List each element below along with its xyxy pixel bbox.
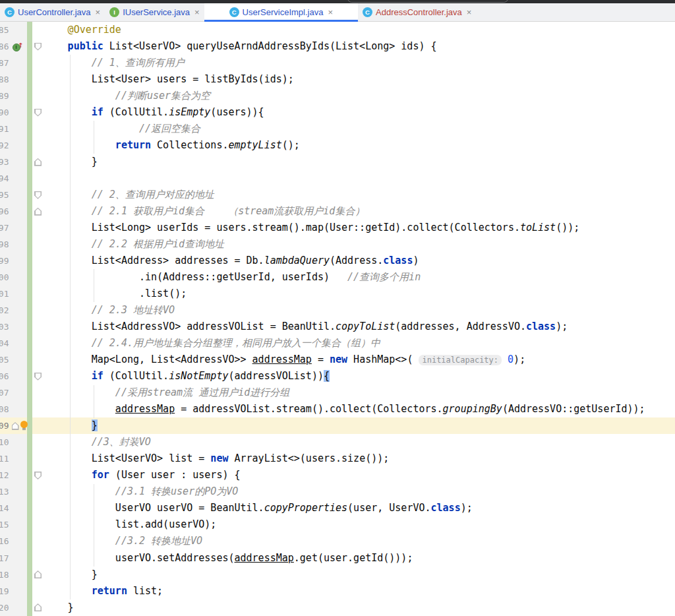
vcs-change-bar[interactable] <box>27 236 32 253</box>
code-line[interactable]: 117userVO.setAddresses(addressMap.get(us… <box>0 550 675 567</box>
line-number[interactable]: 93 <box>0 154 11 170</box>
vcs-change-bar[interactable] <box>27 483 32 500</box>
code-line[interactable]: 113//3.1 转换user的PO为VO <box>0 483 675 500</box>
code-text[interactable]: } <box>44 154 675 170</box>
code-text[interactable]: addressMap = addressVOList.stream().coll… <box>44 401 675 417</box>
line-number[interactable]: 104 <box>0 335 11 352</box>
vcs-change-bar[interactable] <box>27 71 32 88</box>
code-text[interactable]: } <box>44 417 675 434</box>
fold-marker-icon[interactable] <box>34 208 42 216</box>
line-number[interactable]: 91 <box>0 121 11 137</box>
fold-marker-icon[interactable] <box>34 373 42 381</box>
code-line[interactable]: 106if (CollUtil.isNotEmpty(addressVOList… <box>0 368 675 385</box>
code-line[interactable]: 108addressMap = addressVOList.stream().c… <box>0 401 675 417</box>
code-line[interactable]: 112for (User user : users) { <box>0 467 675 483</box>
line-number[interactable]: 119 <box>0 583 11 600</box>
code-line[interactable]: 115list.add(userVO); <box>0 516 675 533</box>
vcs-change-bar[interactable] <box>27 302 32 319</box>
vcs-change-bar[interactable] <box>27 516 32 533</box>
code-line[interactable]: 88List<User> users = listByIds(ids); <box>0 71 675 88</box>
line-number[interactable]: 100 <box>0 269 11 286</box>
editor-tab-UserController-java[interactable]: CUserController.java× <box>0 3 105 21</box>
line-number[interactable]: 88 <box>0 71 11 88</box>
vcs-change-bar[interactable] <box>27 55 32 71</box>
vcs-change-bar[interactable] <box>27 335 32 352</box>
code-line[interactable]: 120} <box>0 600 675 616</box>
editor-tab-IUserService-java[interactable]: IIUserService.java× <box>105 3 204 21</box>
code-line[interactable]: 95// 2、查询用户对应的地址 <box>0 187 675 203</box>
code-text[interactable]: List<AddressVO> addressVOList = BeanUtil… <box>44 319 675 335</box>
line-number[interactable]: 87 <box>0 55 11 71</box>
code-line[interactable]: 104// 2.4.用户地址集合分组整理，相同用户放入一个集合（组）中 <box>0 335 675 352</box>
line-number[interactable]: 111 <box>0 450 11 467</box>
code-text[interactable]: //判断user集合为空 <box>44 88 675 104</box>
code-text[interactable]: .list(); <box>44 286 675 302</box>
line-number[interactable]: 120 <box>0 600 11 616</box>
code-text[interactable]: //返回空集合 <box>44 121 675 137</box>
vcs-change-bar[interactable] <box>27 203 32 220</box>
vcs-change-bar[interactable] <box>27 533 32 549</box>
vcs-change-bar[interactable] <box>27 450 32 467</box>
vcs-change-bar[interactable] <box>27 137 32 154</box>
code-text[interactable]: @Override <box>44 22 675 38</box>
code-text[interactable]: } <box>44 567 675 583</box>
code-text[interactable]: List<UserVO> list = new ArrayList<>(user… <box>44 450 675 467</box>
code-line[interactable]: 118} <box>0 567 675 583</box>
code-text[interactable]: List<User> users = listByIds(ids); <box>44 71 675 88</box>
vcs-change-bar[interactable] <box>27 368 32 385</box>
code-line[interactable]: 85@Override <box>0 22 675 38</box>
fold-marker-icon[interactable] <box>12 422 19 430</box>
code-text[interactable]: } <box>44 600 675 616</box>
line-number[interactable]: 109 <box>0 417 11 434</box>
line-number[interactable]: 118 <box>0 567 11 583</box>
vcs-change-bar[interactable] <box>27 22 32 38</box>
code-text[interactable]: public List<UserVO> queryUseArndAddressB… <box>44 38 675 55</box>
vcs-change-bar[interactable] <box>27 269 32 286</box>
code-text[interactable]: return list; <box>44 583 675 600</box>
code-text[interactable]: // 2.1 获取用户id集合 （stream流获取用户id集合） <box>44 203 675 220</box>
code-text[interactable]: Map<Long, List<AddressVO>> addressMap = … <box>44 352 675 368</box>
code-line[interactable]: 102// 2.3 地址转VO <box>0 302 675 319</box>
code-text[interactable]: // 2.3 地址转VO <box>44 302 675 319</box>
code-text[interactable]: UserVO userVO = BeanUtil.copyProperties(… <box>44 500 675 516</box>
line-number[interactable]: 113 <box>0 483 11 500</box>
close-icon[interactable]: × <box>467 8 472 16</box>
line-number[interactable]: 97 <box>0 220 11 236</box>
code-text[interactable]: // 2、查询用户对应的地址 <box>44 187 675 203</box>
code-line[interactable]: 96// 2.1 获取用户id集合 （stream流获取用户id集合） <box>0 203 675 220</box>
code-line[interactable]: 119return list; <box>0 583 675 600</box>
code-line[interactable]: 92return Collections.emptyList(); <box>0 137 675 154</box>
code-line[interactable]: 103List<AddressVO> addressVOList = BeanU… <box>0 319 675 335</box>
fold-marker-icon[interactable] <box>34 603 42 611</box>
line-number[interactable]: 101 <box>0 286 11 302</box>
code-text[interactable]: //3、封装VO <box>44 434 675 450</box>
code-text[interactable]: userVO.setAddresses(addressMap.get(user.… <box>44 550 675 567</box>
vcs-change-bar[interactable] <box>27 38 32 55</box>
vcs-change-bar[interactable] <box>27 154 32 170</box>
code-line[interactable]: 89//判断user集合为空 <box>0 88 675 104</box>
code-text[interactable]: //采用stream流 通过用户id进行分组 <box>44 385 675 401</box>
code-text[interactable]: if (CollUtil.isEmpty(users)){ <box>44 104 675 121</box>
close-icon[interactable]: × <box>96 8 101 16</box>
vcs-change-bar[interactable] <box>27 104 32 121</box>
code-line[interactable]: 107//采用stream流 通过用户id进行分组 <box>0 385 675 401</box>
vcs-change-bar[interactable] <box>27 434 32 450</box>
code-line[interactable]: 98// 2.2 根据用户id查询地址 <box>0 236 675 253</box>
vcs-change-bar[interactable] <box>27 170 32 187</box>
line-number[interactable]: 92 <box>0 137 11 154</box>
vcs-change-bar[interactable] <box>27 88 32 104</box>
vcs-change-bar[interactable] <box>27 600 32 616</box>
code-line[interactable]: 101.list(); <box>0 286 675 302</box>
line-number[interactable]: 102 <box>0 302 11 319</box>
code-line[interactable]: 114UserVO userVO = BeanUtil.copyProperti… <box>0 500 675 516</box>
line-number[interactable]: 106 <box>0 368 11 385</box>
fold-marker-icon[interactable] <box>34 109 42 117</box>
code-line[interactable]: 97List<Long> userIds = users.stream().ma… <box>0 220 675 236</box>
line-number[interactable]: 98 <box>0 236 11 253</box>
line-number[interactable]: 103 <box>0 319 11 335</box>
code-line[interactable]: 93} <box>0 154 675 170</box>
line-number[interactable]: 90 <box>0 104 11 121</box>
code-line[interactable]: 105Map<Long, List<AddressVO>> addressMap… <box>0 352 675 368</box>
vcs-change-bar[interactable] <box>27 500 32 516</box>
code-line[interactable]: 94 <box>0 170 675 187</box>
